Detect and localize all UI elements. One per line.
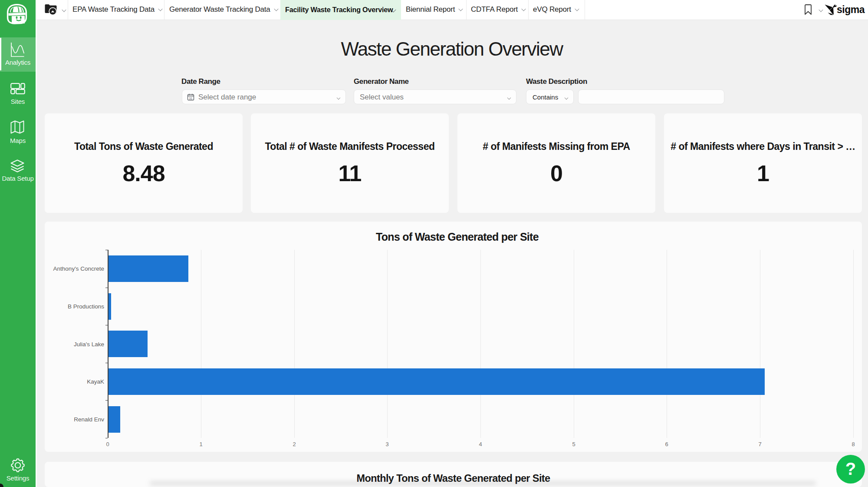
svg-text:31: 31 bbox=[189, 97, 193, 100]
